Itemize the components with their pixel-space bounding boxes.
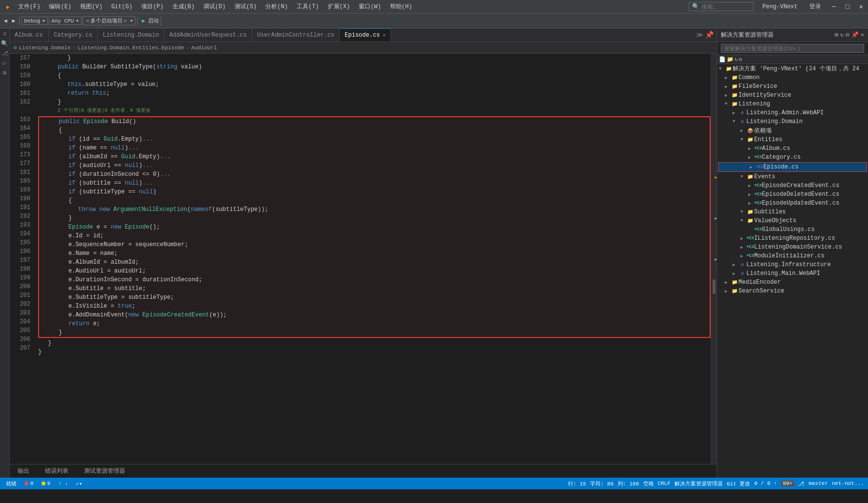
se-pin-btn[interactable]: 📌 bbox=[851, 31, 859, 39]
status-git-changes[interactable]: Git 更改 bbox=[727, 480, 750, 487]
login-button[interactable]: 登录 bbox=[805, 1, 825, 12]
toolbar-sep-2 bbox=[137, 16, 138, 26]
listening-domain-project-icon: ⊙ bbox=[738, 118, 746, 126]
start-button[interactable]: ▶ bbox=[140, 17, 147, 25]
tree-listening-domain-service[interactable]: ▶ +C# ListeningDomainService.cs bbox=[717, 243, 868, 252]
code-line-163: public Episode Build() bbox=[39, 117, 710, 126]
tree-fileservice[interactable]: ▶ 📁 FileService bbox=[717, 82, 868, 91]
code-editor: 157 158 159 160 161 162 163 164 165 169 … bbox=[10, 54, 716, 464]
tree-events[interactable]: ▼ 📁 Events bbox=[717, 172, 868, 181]
path-part-3[interactable]: AudioUrl bbox=[191, 45, 217, 51]
activity-extensions[interactable]: ⊞ bbox=[1, 69, 9, 77]
expand-ilistening-repo: ▶ bbox=[740, 236, 746, 241]
se-new-folder-btn[interactable]: 📁 bbox=[727, 56, 734, 63]
tree-listening-main[interactable]: ▶ ⊙ Listening.Main.WebAPI bbox=[717, 269, 868, 278]
status-ready[interactable]: 就绪 bbox=[4, 480, 19, 487]
minimize-button[interactable]: ─ bbox=[829, 2, 839, 12]
tab-category[interactable]: Category.cs bbox=[49, 28, 98, 42]
path-part-1[interactable]: Listening.Domain bbox=[19, 45, 71, 51]
menu-debug[interactable]: 调试(D) bbox=[199, 1, 230, 12]
bottom-tab-errors[interactable]: 错误列表 bbox=[41, 465, 72, 477]
status-warnings[interactable]: 9 bbox=[40, 481, 53, 486]
toolbar-forward[interactable]: ▶ bbox=[10, 17, 18, 25]
menu-build[interactable]: 生成(B) bbox=[169, 1, 199, 12]
startup-dropdown[interactable]: ＜多个启动项目＞ ▾ bbox=[83, 16, 136, 25]
bottom-tab-output[interactable]: 输出 bbox=[14, 465, 33, 477]
activity-git[interactable]: ⎇ bbox=[1, 50, 9, 58]
se-collapse-btn[interactable]: ⊟ bbox=[846, 31, 849, 39]
se-new-file-btn[interactable]: 📄 bbox=[719, 56, 726, 63]
debug-mode-dropdown[interactable]: Debug ▾ bbox=[22, 17, 48, 25]
status-checkmark[interactable]: ✓▾ bbox=[74, 481, 84, 487]
cpu-dropdown[interactable]: Any CPU ▾ bbox=[49, 17, 82, 25]
tree-common[interactable]: ▶ 📁 Common bbox=[717, 73, 868, 82]
tree-moduleinit[interactable]: ▶ +C# ModuleInitializer.cs bbox=[717, 252, 868, 260]
menu-project[interactable]: 项目(P) bbox=[137, 1, 168, 12]
menu-test[interactable]: 测试(S) bbox=[231, 1, 261, 12]
tree-episode-updated[interactable]: ▶ +C# EpisodeUpdatedEvent.cs bbox=[717, 199, 868, 208]
tab-useradmin[interactable]: UserAdminController.cs bbox=[252, 28, 340, 42]
menu-help[interactable]: 帮助(H) bbox=[386, 1, 416, 12]
scrollbar-track[interactable] bbox=[711, 54, 716, 464]
se-settings-btn[interactable]: ⚙ bbox=[739, 56, 742, 63]
status-errors[interactable]: 0 bbox=[22, 481, 36, 486]
tree-globalusings[interactable]: +C# GlobalUsings.cs bbox=[717, 225, 868, 234]
status-arrows[interactable]: ↑ ↓ bbox=[56, 481, 70, 486]
tree-identityservice[interactable]: ▶ 📁 IdentityService bbox=[717, 91, 868, 100]
bottom-tab-test[interactable]: 测试资源管理器 bbox=[80, 465, 129, 477]
code-content[interactable]: } public Builder SubtitleType(string val… bbox=[34, 54, 711, 464]
menu-edit[interactable]: 编辑(E) bbox=[45, 1, 75, 12]
status-branch[interactable]: master bbox=[808, 481, 828, 486]
tree-album-cs[interactable]: ▶ +C# Album.cs bbox=[717, 144, 868, 153]
tab-album[interactable]: Album.cs bbox=[10, 28, 49, 42]
tree-listening-domain[interactable]: ▼ ⊙ Listening.Domain bbox=[717, 117, 868, 126]
activity-explorer[interactable]: ≡ bbox=[1, 30, 9, 38]
scrollbar-thumb[interactable] bbox=[713, 279, 716, 294]
menu-view[interactable]: 视图(V) bbox=[76, 1, 107, 12]
tab-episode-close[interactable]: ✕ bbox=[383, 32, 386, 38]
se-refresh-btn[interactable]: ↻ bbox=[735, 56, 738, 63]
tab-overflow-btn[interactable]: ≫ bbox=[696, 31, 703, 39]
tree-listening-infrastructure[interactable]: ▶ ⊙ Listening.Infrastructure bbox=[717, 260, 868, 269]
menu-file[interactable]: 文件(F) bbox=[14, 1, 44, 12]
tree-episode-cs[interactable]: ▶ +C# Episode.cs bbox=[718, 162, 867, 172]
menu-analyze[interactable]: 分析(N) bbox=[261, 1, 292, 12]
tree-listening-admin[interactable]: ▶ ⊙ Listening.Admin.WebAPI bbox=[717, 108, 868, 117]
tree-deps[interactable]: ▶ 📦 依赖项 bbox=[717, 126, 868, 135]
search-input[interactable] bbox=[701, 3, 750, 10]
tree-listening[interactable]: ▼ 📁 Listening bbox=[717, 100, 868, 108]
tree-mediaencoder[interactable]: ▶ 📁 MediaEncoder bbox=[717, 278, 868, 287]
tree-entities[interactable]: ▼ 📁 Entities bbox=[717, 135, 868, 144]
tree-solution-root[interactable]: ▼ 📁 解决方案 'Peng-VNext' (24 个项目，共 24 bbox=[717, 64, 868, 73]
tree-subtitles[interactable]: ▼ 📁 Subtitles bbox=[717, 208, 868, 216]
status-solution-manager[interactable]: 解决方案资源管理器 bbox=[674, 480, 723, 487]
path-part-2[interactable]: Listening.Domain.Entities.Episode bbox=[78, 45, 184, 51]
common-folder-icon: 📁 bbox=[731, 74, 738, 82]
tree-ilistening-repo[interactable]: ▶ +C# IListeningRepository.cs bbox=[717, 234, 868, 243]
activity-search[interactable]: 🔍 bbox=[1, 40, 9, 48]
tab-episode[interactable]: Episode.cs ✕ bbox=[340, 28, 391, 42]
se-sync-btn[interactable]: ↻ bbox=[840, 31, 844, 39]
tab-listening-domain[interactable]: Listening.Domain bbox=[98, 28, 164, 42]
activity-run[interactable]: ▷ bbox=[1, 60, 9, 67]
tree-episode-deleted[interactable]: ▶ +C# EpisodeDeletedEvent.cs bbox=[717, 190, 868, 199]
tab-addadminuser[interactable]: AddAdminUserRequest.cs bbox=[164, 28, 252, 42]
restore-button[interactable]: □ bbox=[843, 2, 852, 12]
se-close-btn[interactable]: ✕ bbox=[861, 31, 864, 39]
tab-pin-btn[interactable]: 📌 bbox=[705, 31, 714, 39]
toolbar-back[interactable]: ◀ bbox=[2, 17, 9, 25]
menu-tools[interactable]: 工具(T) bbox=[293, 1, 323, 12]
close-button[interactable]: ✕ bbox=[856, 2, 866, 12]
tree-valueobjects[interactable]: ▼ 📁 ValueObjects bbox=[717, 216, 868, 225]
debug-mode-label: Debug bbox=[24, 18, 40, 24]
se-filter-btn[interactable]: ⊞ bbox=[835, 31, 838, 39]
tree-episode-created[interactable]: ▶ +C# EpisodeCreatedEvent.cs bbox=[717, 181, 868, 190]
menu-window[interactable]: 窗口(W) bbox=[355, 1, 385, 12]
tree-search-input[interactable] bbox=[721, 44, 864, 53]
tree-searchservice[interactable]: ▶ 📁 SearchService bbox=[717, 287, 868, 295]
menu-extensions[interactable]: 扩展(X) bbox=[324, 1, 354, 12]
listening-admin-project-icon: ⊙ bbox=[738, 109, 746, 117]
menu-search-box[interactable]: 🔍 bbox=[689, 2, 754, 11]
menu-git[interactable]: Git(G) bbox=[108, 2, 136, 11]
tree-category-cs[interactable]: ▶ +C# Category.cs bbox=[717, 153, 868, 162]
